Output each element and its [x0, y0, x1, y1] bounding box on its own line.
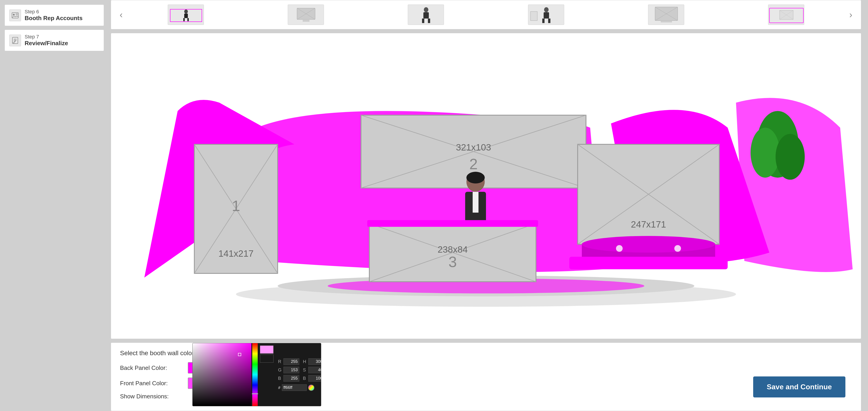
svg-rect-0 [12, 13, 18, 18]
step7-icon [9, 35, 21, 46]
b-input[interactable] [283, 375, 299, 382]
svg-rect-13 [303, 20, 309, 22]
s-label: S [303, 368, 307, 373]
carousel-item-2[interactable] [287, 4, 325, 25]
svg-rect-3 [16, 15, 18, 15]
hue-cursor [252, 393, 258, 394]
s-input[interactable] [308, 367, 321, 373]
b-label: B [278, 376, 282, 381]
svg-rect-6 [184, 13, 188, 18]
sidebar-item-step6[interactable]: Step 6 Booth Rep Accounts [4, 4, 104, 26]
carousel-item-1[interactable] [166, 4, 205, 25]
booth-carousel: ‹ [111, 0, 861, 29]
svg-text:2: 2 [469, 156, 477, 172]
svg-rect-58 [367, 220, 538, 227]
carousel-item-3[interactable] [407, 4, 445, 25]
carousel-thumb-4 [528, 4, 564, 25]
carousel-prev-button[interactable]: ‹ [116, 7, 127, 23]
g-input-row: G S [278, 367, 321, 373]
r-input[interactable] [283, 358, 299, 365]
svg-rect-15 [423, 12, 429, 19]
svg-text:321x103: 321x103 [456, 142, 491, 153]
svg-point-67 [616, 245, 622, 252]
svg-rect-17 [428, 19, 430, 23]
hex-label: # [278, 385, 281, 390]
carousel-thumb-5 [648, 4, 684, 25]
color-hue-bar[interactable] [252, 343, 258, 406]
svg-point-18 [544, 7, 549, 12]
carousel-thumb-6 [768, 4, 804, 25]
carousel-thumb-2 [288, 4, 324, 25]
main-content: ‹ [108, 0, 868, 411]
h-label: H [303, 359, 307, 364]
svg-rect-20 [542, 19, 545, 23]
sidebar: Step 6 Booth Rep Accounts Step 7 Review/… [0, 0, 108, 411]
color-picker-popup[interactable]: R H G S B B # [192, 343, 321, 406]
carousel-items-list [127, 4, 845, 25]
svg-text:1: 1 [232, 197, 240, 214]
review-icon [11, 37, 19, 44]
b2-input[interactable] [308, 375, 321, 382]
step7-text: Step 7 Review/Finalize [25, 34, 68, 47]
h-input[interactable] [308, 358, 321, 365]
svg-rect-7 [183, 18, 185, 21]
svg-rect-19 [544, 12, 549, 19]
carousel-item-4[interactable] [527, 4, 565, 25]
carousel-thumb-3 [408, 4, 444, 25]
svg-rect-21 [548, 19, 550, 23]
svg-point-14 [424, 7, 428, 12]
front-panel-label: Front Panel Color: [120, 380, 183, 387]
svg-point-34 [776, 134, 805, 180]
g-label: G [278, 368, 282, 373]
svg-rect-16 [422, 19, 424, 23]
svg-point-48 [466, 172, 485, 184]
step6-number: Step 6 [25, 9, 83, 15]
r-label: R [278, 359, 282, 364]
svg-rect-50 [473, 192, 478, 213]
svg-point-66 [582, 236, 715, 253]
svg-text:141x217: 141x217 [218, 248, 254, 259]
show-dimensions-label: Show Dimensions: [120, 393, 183, 400]
color-circle-picker[interactable] [308, 385, 314, 391]
svg-rect-22 [530, 11, 537, 21]
save-continue-button[interactable]: Save and Continue [753, 376, 845, 398]
step7-number: Step 7 [25, 34, 68, 40]
step7-label: Review/Finalize [25, 40, 68, 47]
carousel-item-6[interactable] [767, 4, 805, 25]
booth-preview-area: 141x217 1 321x103 2 [111, 33, 861, 339]
carousel-thumb-1 [168, 4, 204, 25]
svg-rect-8 [187, 18, 189, 21]
svg-rect-26 [661, 21, 672, 22]
hex-input[interactable] [282, 384, 307, 391]
step6-icon [9, 9, 21, 21]
booth-scene-svg: 141x217 1 321x103 2 [111, 33, 861, 339]
svg-text:3: 3 [448, 254, 457, 270]
carousel-item-5[interactable] [647, 4, 685, 25]
svg-point-1 [13, 14, 15, 15]
color-preview-section [258, 343, 275, 406]
step6-label: Booth Rep Accounts [25, 15, 83, 22]
carousel-next-button[interactable]: › [845, 7, 857, 23]
g-input[interactable] [283, 367, 299, 373]
svg-text:247x171: 247x171 [631, 219, 666, 229]
svg-rect-2 [16, 13, 18, 14]
sidebar-item-step7[interactable]: Step 7 Review/Finalize [4, 30, 104, 51]
hex-row: # [278, 384, 321, 391]
b2-label: B [303, 376, 307, 381]
accounts-icon [11, 12, 19, 19]
color-gradient-area[interactable] [193, 343, 251, 406]
color-inputs-section: R H G S B B # [275, 343, 321, 406]
b-input-row: B B [278, 375, 321, 382]
svg-point-33 [751, 128, 780, 178]
svg-point-68 [674, 245, 681, 252]
step6-text: Step 6 Booth Rep Accounts [25, 9, 83, 22]
controls-section: Select the booth wall colors Back Panel … [111, 343, 861, 411]
color-preview-old [260, 354, 274, 362]
svg-text:238x84: 238x84 [438, 244, 468, 255]
r-input-row: R H [278, 358, 321, 365]
color-preview-new [260, 345, 274, 354]
back-panel-label: Back Panel Color: [120, 365, 183, 372]
svg-point-5 [184, 9, 188, 13]
